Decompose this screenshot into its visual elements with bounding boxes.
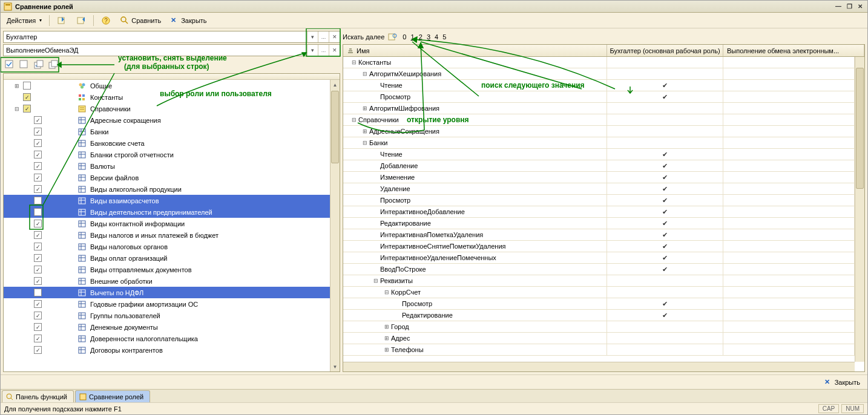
help-button[interactable]: ?	[97, 14, 114, 27]
grid-row[interactable]: Изменение✔	[343, 172, 855, 183]
expand-icon[interactable]: ⊞	[361, 105, 368, 111]
tree-row[interactable]: Внешние обработки	[4, 275, 330, 287]
grid-row[interactable]: Просмотр✔	[343, 298, 855, 310]
tree-row[interactable]: Версии файлов	[4, 172, 330, 183]
grid-row[interactable]: ⊞Город	[343, 321, 855, 333]
expand-icon[interactable]: ⊞	[13, 83, 21, 89]
left-scrollbar[interactable]: ▲▼	[330, 80, 340, 371]
role1-input[interactable]	[4, 31, 307, 42]
role2-dropdown[interactable]: ▾	[307, 45, 318, 56]
role2-combo[interactable]: ▾ ... ✕	[3, 44, 340, 56]
checkbox[interactable]	[23, 82, 31, 90]
checkbox[interactable]	[34, 208, 42, 216]
expand-icon[interactable]: ⊟	[350, 59, 357, 65]
expand-icon[interactable]: ⊟	[383, 289, 390, 295]
tree-row[interactable]: Группы пользователей	[4, 310, 330, 321]
expand-icon[interactable]: ⊞	[383, 324, 390, 330]
tree-row[interactable]: Виды контактной информации	[4, 218, 330, 229]
tree-row[interactable]: Виды налоговых органов	[4, 241, 330, 252]
uncheck-all-icon[interactable]	[18, 59, 31, 71]
col-role2[interactable]: Выполнение обмена электронным...	[723, 45, 864, 56]
grid-row[interactable]: ⊟КоррСчет	[343, 287, 855, 298]
tree-row[interactable]: Константы	[4, 91, 330, 103]
checkbox[interactable]	[34, 185, 42, 193]
tab-panel-funcs[interactable]: Панель функций	[2, 390, 74, 402]
grid-hscroll[interactable]	[343, 362, 855, 371]
expand-icon[interactable]: ⊟	[372, 278, 379, 284]
level-5[interactable]: 5	[441, 33, 447, 41]
tree-row[interactable]: Виды алкогольной продукции	[4, 183, 330, 195]
unset-check-icon[interactable]	[47, 59, 60, 71]
tree-row[interactable]: Валюты	[4, 160, 330, 172]
tree-row[interactable]: Виды деятельности предпринимателей	[4, 206, 330, 218]
tool-icon-1[interactable]	[53, 14, 70, 27]
grid-row[interactable]: Просмотр✔	[343, 91, 855, 103]
tree-row[interactable]: Доверенности налогоплательщика	[4, 333, 330, 344]
tool-icon-2[interactable]	[73, 14, 90, 27]
grid-vscroll[interactable]	[855, 57, 864, 362]
grid-row[interactable]: Добавление✔	[343, 160, 855, 172]
checkbox[interactable]	[34, 151, 42, 158]
checkbox[interactable]	[34, 139, 42, 147]
tree-row[interactable]: Денежные документы	[4, 321, 330, 333]
check-all-icon[interactable]	[3, 59, 16, 71]
expand-icon[interactable]: ⊞	[383, 347, 390, 353]
compare-button[interactable]: Сравнить	[117, 14, 165, 27]
checkbox[interactable]	[23, 105, 31, 113]
tab-compare-roles[interactable]: Сравнение ролей	[75, 390, 150, 402]
grid-row[interactable]: ⊞Телефоны	[343, 344, 855, 356]
tree-row[interactable]: Бланки строгой отчетности	[4, 149, 330, 160]
level-4[interactable]: 4	[433, 33, 439, 41]
tree-row[interactable]: Виды налогов и иных платежей в бюджет	[4, 229, 330, 241]
grid-row[interactable]: ⊟АлгоритмХеширования	[343, 68, 855, 80]
checkbox[interactable]	[34, 128, 42, 136]
checkbox[interactable]	[34, 335, 42, 342]
level-0[interactable]: 0	[401, 33, 407, 41]
checkbox[interactable]	[34, 254, 42, 262]
expand-icon[interactable]: ⊞	[383, 335, 390, 341]
tree-row[interactable]: Договоры контрагентов	[4, 344, 330, 356]
grid-row[interactable]: ⊟Константы	[343, 57, 855, 68]
maximize-button[interactable]: ❐	[844, 2, 854, 11]
checkbox[interactable]	[34, 277, 42, 285]
grid-row[interactable]: Просмотр✔	[343, 195, 855, 206]
role1-combo[interactable]: ▾ ... ✕	[3, 31, 340, 43]
expand-icon[interactable]: ⊟	[361, 71, 368, 77]
role1-clear[interactable]: ✕	[329, 31, 340, 42]
grid-row[interactable]: ИнтерактивноеСнятиеПометкиУдаления✔	[343, 241, 855, 252]
checkbox[interactable]	[34, 323, 42, 331]
grid-row[interactable]: ⊞АлгоритмШифрования	[343, 103, 855, 114]
grid-row[interactable]: ⊟Справочники	[343, 114, 855, 126]
tree-row[interactable]: Годовые графики амортизации ОС	[4, 298, 330, 310]
checkbox[interactable]	[34, 116, 42, 124]
checkbox[interactable]	[34, 289, 42, 296]
tree-row[interactable]: Виды оплат организаций	[4, 252, 330, 264]
role2-input[interactable]	[4, 45, 307, 56]
footer-close-button[interactable]: ✕Закрыть	[821, 376, 864, 389]
close-toolbar-button[interactable]: ✕Закрыть	[167, 14, 210, 27]
grid-row[interactable]: Чтение✔	[343, 149, 855, 160]
grid-row[interactable]: ⊞АдресныеСокращения	[343, 126, 855, 137]
level-1[interactable]: 1	[410, 33, 416, 41]
level-3[interactable]: 3	[426, 33, 432, 41]
col-role1[interactable]: Бухгалтер (основная рабочая роль)	[607, 45, 723, 56]
grid-row[interactable]: ИнтерактивноеУдалениеПомеченных✔	[343, 252, 855, 264]
expand-icon[interactable]: ⊟	[13, 106, 21, 112]
checkbox[interactable]	[34, 220, 42, 227]
checkbox[interactable]	[34, 162, 42, 170]
checkbox[interactable]	[23, 93, 31, 101]
grid-row[interactable]: Редактирование✔	[343, 218, 855, 229]
tree-row[interactable]: Вычеты по НДФЛ	[4, 287, 330, 298]
actions-menu[interactable]: Действия▾	[3, 14, 45, 27]
search-next-link[interactable]: Искать далее	[343, 33, 384, 41]
grid-row[interactable]: Чтение✔	[343, 80, 855, 91]
role1-dropdown[interactable]: ▾	[307, 31, 318, 42]
close-button[interactable]: ✕	[855, 2, 865, 11]
grid-row[interactable]: ИнтерактивноеДобавление✔	[343, 206, 855, 218]
grid-row[interactable]: ⊞Адрес	[343, 333, 855, 344]
checkbox[interactable]	[34, 197, 42, 204]
level-2[interactable]: 2	[418, 33, 424, 41]
role1-select[interactable]: ...	[318, 31, 329, 42]
checkbox[interactable]	[34, 266, 42, 273]
col-name[interactable]: Имя	[343, 45, 607, 56]
